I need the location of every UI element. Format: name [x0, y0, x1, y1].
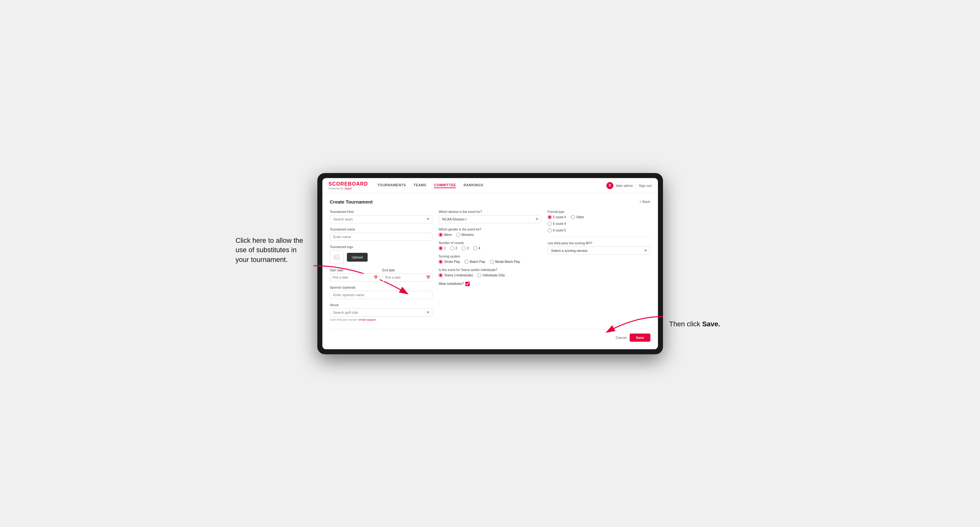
- scoring-medal[interactable]: Medal Match Play: [490, 260, 520, 264]
- format-other[interactable]: Other: [571, 215, 584, 219]
- rounds-1-label: 1: [444, 246, 446, 250]
- nav-teams[interactable]: TEAMS: [414, 183, 426, 188]
- calendar-end-icon: 📅: [426, 275, 430, 279]
- teams-individuals[interactable]: Individuals Only: [477, 273, 505, 277]
- rounds-1-radio[interactable]: [439, 246, 443, 250]
- tablet-screen: SCOREBOARD Powered by clippd TOURNAMENTS…: [322, 178, 658, 349]
- substitutes-checkbox-item[interactable]: Allow substitutes?: [439, 282, 541, 286]
- form-col-left: Tournament Host Tournament name Tourname…: [330, 210, 433, 326]
- teams-radio-group: Teams (+Individuals) Individuals Only: [439, 273, 541, 277]
- scoring-api-select[interactable]: Select a scoring service: [548, 246, 651, 255]
- section-divider: [548, 237, 651, 237]
- format-other-radio[interactable]: [571, 215, 575, 219]
- scoring-medal-radio[interactable]: [490, 260, 494, 264]
- rounds-radio-group: 1 2 3: [439, 246, 541, 250]
- scoring-api-group: Use third-party live scoring API? Select…: [548, 241, 651, 255]
- division-label: Which division is the event for?: [439, 210, 541, 214]
- dates-group: Start date 📅 End date: [330, 268, 433, 281]
- rounds-4-radio[interactable]: [473, 246, 477, 250]
- format-6count5[interactable]: 6 count 5: [548, 228, 566, 232]
- logo-powered: Powered by clippd: [329, 187, 368, 190]
- end-date-group: End date 📅: [382, 268, 432, 281]
- rounds-group: Number of rounds 1 2: [439, 241, 541, 250]
- teams-both[interactable]: Teams (+Individuals): [439, 273, 473, 277]
- logo-upload-area: Upload: [330, 250, 433, 264]
- format-row-3: 6 count 5: [548, 228, 651, 232]
- avatar: B: [606, 182, 613, 189]
- upload-button[interactable]: Upload: [347, 253, 368, 262]
- calendar-icon: 📅: [374, 275, 378, 279]
- form-col-middle: Which division is the event for? NCAA Di…: [439, 210, 541, 326]
- rounds-4-label: 4: [479, 246, 480, 250]
- venue-label: Venue: [330, 303, 433, 307]
- teams-individuals-radio[interactable]: [477, 273, 481, 277]
- gender-mens[interactable]: Mens: [439, 233, 452, 237]
- rounds-3[interactable]: 3: [461, 246, 469, 250]
- format-6count5-label: 6 count 5: [553, 229, 566, 232]
- tournament-logo-label: Tournament logo: [330, 245, 433, 249]
- format-row-2: 6 count 4: [548, 222, 651, 226]
- division-select[interactable]: NCAA Division I: [439, 215, 541, 223]
- rounds-2[interactable]: 2: [450, 246, 458, 250]
- nav-user: B blair admin | Sign out: [606, 182, 651, 189]
- rounds-1[interactable]: 1: [439, 246, 446, 250]
- rounds-3-label: 3: [467, 246, 469, 250]
- save-button[interactable]: Save: [630, 333, 651, 342]
- substitutes-label: Allow substitutes?: [439, 282, 464, 286]
- date-row: Start date 📅 End date: [330, 268, 433, 281]
- page-title: Create Tournament: [330, 199, 373, 205]
- scoring-medal-label: Medal Match Play: [495, 260, 520, 264]
- end-date-wrap: 📅: [382, 273, 432, 281]
- end-date-input[interactable]: [382, 273, 432, 281]
- form-footer: Cancel Save: [330, 329, 651, 342]
- scoring-match-label: Match Play: [470, 260, 485, 264]
- teams-both-radio[interactable]: [439, 273, 443, 277]
- sponsor-group: Sponsor (optional): [330, 286, 433, 299]
- annotation-right: Then click Then click Save.Save.: [669, 319, 732, 329]
- teams-group: Is this event for Teams and/or Individua…: [439, 268, 541, 277]
- format-6count4-radio[interactable]: [548, 222, 552, 226]
- sign-out-link[interactable]: Sign out: [639, 184, 651, 187]
- nav-tournaments[interactable]: TOURNAMENTS: [377, 183, 406, 188]
- venue-help: Can't find your venue? email support: [330, 318, 433, 321]
- rounds-4[interactable]: 4: [473, 246, 480, 250]
- start-date-label: Start date: [330, 268, 380, 272]
- format-row-1: 5 count 4 Other: [548, 215, 651, 219]
- gender-womens-radio[interactable]: [456, 233, 460, 237]
- gender-mens-radio[interactable]: [439, 233, 443, 237]
- email-support-link[interactable]: email support: [359, 318, 376, 321]
- format-6count4-label: 6 count 4: [553, 222, 566, 225]
- scoring-group: Scoring system Stroke Play Match Play: [439, 255, 541, 264]
- nav-committee[interactable]: COMMITTEE: [434, 183, 456, 188]
- rounds-2-radio[interactable]: [450, 246, 454, 250]
- scoring-stroke-radio[interactable]: [439, 260, 443, 264]
- scoring-match[interactable]: Match Play: [465, 260, 485, 264]
- sponsor-input[interactable]: [330, 291, 433, 299]
- form-columns: Tournament Host Tournament name Tourname…: [330, 210, 651, 326]
- rounds-3-radio[interactable]: [461, 246, 466, 250]
- format-group: Format type 5 count 4 Other: [548, 210, 651, 232]
- format-5count4[interactable]: 5 count 4: [548, 215, 566, 219]
- teams-both-label: Teams (+Individuals): [444, 273, 473, 277]
- tournament-logo-group: Tournament logo: [330, 245, 433, 264]
- gender-womens-label: Womens: [461, 233, 474, 237]
- logo-preview: [330, 250, 344, 264]
- form-col-right: Format type 5 count 4 Other: [548, 210, 651, 326]
- tournament-host-input[interactable]: [330, 215, 433, 223]
- gender-womens[interactable]: Womens: [456, 233, 474, 237]
- format-5count4-radio[interactable]: [548, 215, 552, 219]
- nav-rankings[interactable]: RANKINGS: [463, 183, 483, 188]
- venue-input[interactable]: [330, 308, 433, 317]
- scoring-match-radio[interactable]: [465, 260, 468, 264]
- logo-scoreboard: SCOREBOARD: [329, 181, 368, 187]
- format-6count4[interactable]: 6 count 4: [548, 222, 566, 226]
- end-date-label: End date: [382, 268, 432, 272]
- substitutes-checkbox[interactable]: [465, 282, 470, 286]
- start-date-input[interactable]: [330, 273, 380, 281]
- tournament-name-input[interactable]: [330, 233, 433, 241]
- scoring-stroke[interactable]: Stroke Play: [439, 260, 460, 264]
- cancel-button[interactable]: Cancel: [616, 336, 627, 340]
- format-6count5-radio[interactable]: [548, 228, 552, 232]
- page-header: Create Tournament < Back: [330, 199, 651, 205]
- back-link[interactable]: < Back: [640, 200, 651, 203]
